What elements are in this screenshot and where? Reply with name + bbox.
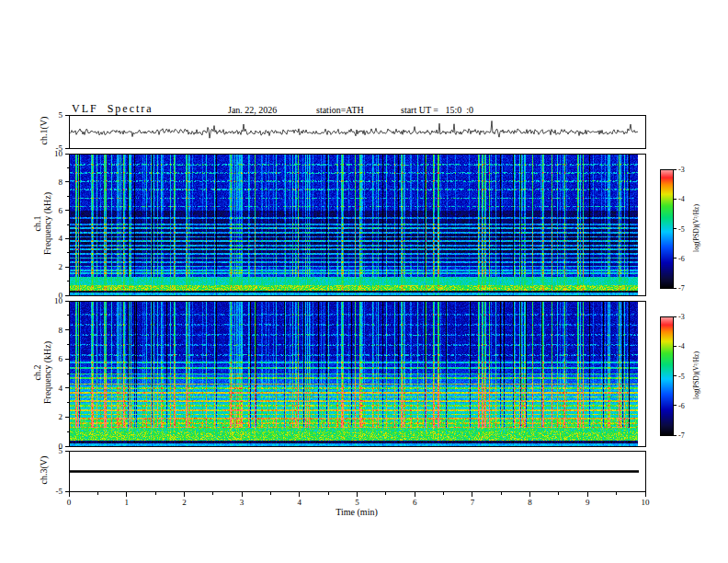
x-axis-tick xyxy=(501,492,502,495)
y-axis-tick xyxy=(65,491,69,492)
colorbar-tick xyxy=(674,169,677,170)
y-axis-minor-tick xyxy=(67,224,69,225)
y-axis-tick xyxy=(65,210,69,211)
date-label: Jan. 22, 2026 xyxy=(228,105,277,115)
colorbar-tick xyxy=(674,199,677,200)
colorbar-tick xyxy=(674,375,677,376)
x-axis-tick xyxy=(242,492,243,497)
ch2-frequency-axis-label: ch.2 Frequency (kHz) xyxy=(32,341,52,404)
colorbar-tick-label: -4 xyxy=(678,342,685,350)
x-axis-tick-label: 6 xyxy=(404,498,426,507)
station-label: station=ATH xyxy=(316,105,364,115)
y-axis-tick xyxy=(65,238,69,239)
y-axis-tick xyxy=(65,148,69,149)
x-axis-tick-label: 4 xyxy=(289,498,311,507)
x-axis-tick xyxy=(126,492,127,497)
colorbar-tick-label: -5 xyxy=(678,373,685,381)
x-axis-tick xyxy=(529,492,530,497)
y-axis-minor-tick xyxy=(67,431,69,432)
x-axis-tick-label: 0 xyxy=(58,498,80,507)
colorbar-tick xyxy=(674,258,677,259)
y-axis-tick-label: 6 xyxy=(44,206,63,215)
x-axis-tick xyxy=(270,492,271,495)
y-axis-tick-label: -5 xyxy=(44,487,63,496)
y-axis-tick-label: 6 xyxy=(44,354,63,363)
colorbar-ch2-label: log(PSD)(V²/Hz) xyxy=(692,351,700,399)
x-axis-tick xyxy=(472,492,472,497)
ch3-voltage-axis-label: ch.3(V) xyxy=(39,456,49,485)
x-axis-tick-label: 5 xyxy=(347,498,369,507)
colorbar-ch1-canvas xyxy=(661,170,673,288)
x-axis-tick-label: 3 xyxy=(231,498,253,507)
y-axis-tick-label: 4 xyxy=(44,384,63,393)
ch2-spectrogram-panel xyxy=(69,301,646,447)
colorbar-tick xyxy=(674,228,677,229)
ch2-axis-line1: ch.2 xyxy=(32,341,42,404)
ch1-frequency-axis-label: ch.1 Frequency (kHz) xyxy=(32,192,52,255)
x-axis-tick xyxy=(299,492,300,497)
x-axis-tick xyxy=(97,492,98,495)
x-axis-tick xyxy=(69,492,70,497)
x-axis-tick-label: 9 xyxy=(576,498,598,507)
colorbar-ch1-label: log(PSD)(V²/Hz) xyxy=(692,204,700,252)
x-axis-tick xyxy=(155,492,156,495)
colorbar-ch2-canvas xyxy=(661,317,673,435)
y-axis-minor-tick xyxy=(67,167,69,168)
colorbar-ch2 xyxy=(660,316,674,436)
y-axis-tick xyxy=(65,359,69,360)
colorbar-tick xyxy=(674,316,677,317)
ch1-spectrogram-canvas xyxy=(70,155,645,295)
colorbar-tick-label: -5 xyxy=(678,225,685,234)
colorbar-tick-label: -3 xyxy=(678,313,685,321)
y-axis-tick-label: 5 xyxy=(44,110,63,120)
y-axis-tick xyxy=(65,417,69,418)
x-axis-tick xyxy=(385,492,386,495)
y-axis-minor-tick xyxy=(67,281,69,282)
ch1-voltage-axis-label: ch.1(V) xyxy=(39,117,49,145)
x-axis-tick xyxy=(587,492,588,497)
y-axis-tick xyxy=(65,387,69,388)
y-axis-tick xyxy=(65,115,69,116)
x-axis-tick xyxy=(328,492,329,495)
x-axis-tick-label: 8 xyxy=(519,498,541,507)
x-axis-tick xyxy=(443,492,444,495)
start-ut-label: start UT = 15:0 :0 xyxy=(401,105,473,115)
y-axis-minor-tick xyxy=(67,344,69,345)
ch2-spectrogram-canvas xyxy=(70,302,645,446)
x-axis-tick xyxy=(357,492,358,497)
colorbar-tick-label: -7 xyxy=(678,431,685,440)
x-axis-tick xyxy=(616,492,617,495)
y-axis-tick-label: 5 xyxy=(44,446,63,455)
y-axis-tick-label: 10 xyxy=(44,149,63,158)
ch2-axis-line2: Frequency (kHz) xyxy=(42,341,52,404)
y-axis-tick-label: 8 xyxy=(44,326,63,335)
ch1-axis-line1: ch.1 xyxy=(32,192,42,255)
y-axis-tick xyxy=(65,451,69,452)
vlf-spectra-figure: VLF Spectra Jan. 22, 2026 station=ATH st… xyxy=(0,0,728,563)
y-axis-tick xyxy=(65,154,69,155)
y-axis-tick xyxy=(65,329,69,330)
x-axis-tick xyxy=(184,492,185,497)
colorbar-tick xyxy=(674,346,677,347)
x-axis-tick-label: 1 xyxy=(116,498,138,507)
y-axis-minor-tick xyxy=(67,252,69,253)
colorbar-tick-label: -7 xyxy=(678,284,685,293)
y-axis-tick xyxy=(65,446,69,447)
y-axis-tick-label: 2 xyxy=(44,262,63,271)
y-axis-minor-tick xyxy=(67,315,69,316)
y-axis-tick-label: 2 xyxy=(44,412,63,421)
y-axis-tick-label: 10 xyxy=(44,296,63,305)
colorbar-tick xyxy=(674,288,677,289)
ch1-waveform-panel xyxy=(69,115,646,149)
page-title: VLF Spectra xyxy=(72,102,154,116)
x-axis-tick xyxy=(212,492,213,495)
x-axis-tick xyxy=(558,492,559,495)
time-axis-label: Time (min) xyxy=(301,507,412,517)
colorbar-tick-label: -3 xyxy=(678,166,685,174)
x-axis-tick-label: 7 xyxy=(461,498,483,507)
ch3-waveform-panel xyxy=(69,451,646,492)
y-axis-tick xyxy=(65,181,69,182)
y-axis-tick xyxy=(65,295,69,296)
y-axis-tick xyxy=(65,301,69,302)
x-axis-tick-label: 2 xyxy=(173,498,195,507)
